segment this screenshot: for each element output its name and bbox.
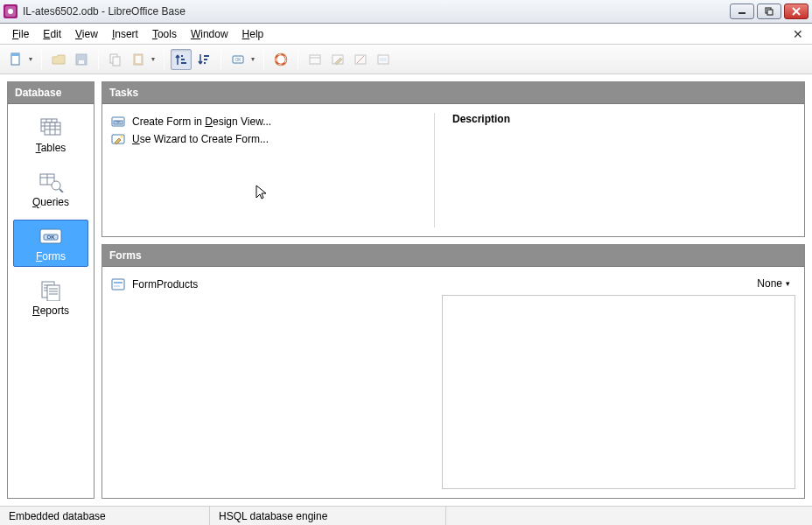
svg-text:OK: OK	[47, 234, 56, 240]
sidebar-body: Tables Queries OK Forms Reports	[8, 104, 94, 498]
preview-toolbar: None ▾	[442, 276, 795, 295]
copy-button[interactable]	[105, 49, 126, 70]
sidebar-item-queries[interactable]: Queries	[13, 165, 88, 213]
svg-point-1	[8, 9, 13, 14]
toolbar-separator	[263, 50, 264, 69]
menu-tools[interactable]: Tools	[145, 25, 184, 43]
form-icon	[111, 277, 125, 291]
svg-rect-25	[310, 55, 320, 64]
menu-window[interactable]: Window	[184, 25, 235, 43]
forms-header: Forms	[102, 245, 804, 267]
task-use-wizard[interactable]: Use Wizard to Create Form...	[111, 130, 425, 148]
svg-rect-4	[767, 10, 773, 15]
form-button[interactable]: OK	[228, 49, 248, 70]
queries-icon	[37, 172, 65, 192]
sidebar-item-reports[interactable]: Reports	[13, 274, 88, 321]
menu-insert[interactable]: Insert	[105, 25, 145, 43]
task-create-form-design[interactable]: OK Create Form in Design View...	[111, 113, 425, 130]
task-label: Create Form in Design View...	[132, 116, 271, 128]
menu-file[interactable]: File	[5, 25, 36, 43]
tables-icon	[37, 117, 65, 138]
svg-rect-15	[181, 55, 183, 57]
svg-rect-18	[204, 55, 209, 57]
toolbar-separator	[98, 50, 99, 69]
svg-rect-10	[79, 60, 84, 64]
edit-form-button[interactable]	[327, 49, 348, 70]
svg-rect-64	[114, 282, 122, 284]
svg-rect-31	[380, 58, 387, 61]
svg-point-62	[121, 136, 123, 138]
sidebar-item-label-rest: eports	[40, 304, 69, 317]
svg-rect-17	[181, 62, 186, 64]
menu-edit[interactable]: Edit	[36, 25, 68, 43]
form-item-formproducts[interactable]: FormProducts	[111, 276, 426, 293]
help-button[interactable]	[270, 49, 291, 70]
save-button[interactable]	[71, 49, 92, 70]
toolbar-separator	[164, 50, 164, 69]
svg-rect-54	[47, 285, 60, 301]
status-embedded-db: Embedded database	[0, 507, 210, 525]
sidebar-item-label-rest: ueries	[40, 196, 69, 208]
forms-icon: OK	[37, 226, 65, 247]
status-engine: HSQL database engine	[210, 507, 446, 525]
svg-rect-20	[204, 62, 206, 64]
tasks-body: OK Create Form in Design View... Use Wiz…	[102, 104, 804, 236]
paste-button[interactable]	[128, 49, 149, 70]
preview-mode-label: None	[757, 277, 782, 290]
app-icon	[4, 4, 18, 18]
svg-line-46	[60, 189, 63, 192]
toolbar-separator	[220, 50, 221, 69]
svg-rect-37	[45, 122, 60, 135]
new-document-dropdown[interactable]: ▾	[26, 49, 35, 70]
tasks-panel: Tasks OK Create Form in Design View... U…	[102, 81, 805, 237]
sort-descending-button[interactable]	[193, 49, 214, 70]
form-dropdown[interactable]: ▾	[248, 49, 257, 70]
forms-preview-area: None ▾	[442, 276, 795, 489]
window-title: IL-ates6502.odb - LibreOffice Base	[23, 5, 730, 18]
minimize-button[interactable]	[730, 4, 754, 19]
sidebar-item-forms[interactable]: OK Forms	[13, 220, 88, 267]
form-design-icon: OK	[111, 115, 125, 129]
description-label: Description	[452, 113, 795, 125]
svg-rect-14	[136, 56, 141, 63]
rename-form-button[interactable]	[373, 49, 394, 70]
create-form-design-button[interactable]	[304, 49, 326, 70]
sidebar-item-label-rest: orms	[42, 250, 66, 262]
svg-text:OK: OK	[116, 120, 121, 124]
menu-help[interactable]: Help	[235, 25, 271, 43]
forms-list: FormProducts	[111, 276, 435, 489]
svg-rect-16	[181, 59, 185, 60]
window-controls	[730, 4, 808, 19]
preview-box	[442, 295, 795, 489]
paste-dropdown[interactable]: ▾	[149, 49, 158, 70]
svg-rect-8	[11, 53, 19, 56]
main-area: Tasks OK Create Form in Design View... U…	[102, 81, 805, 499]
sidebar-item-label-rest: ables	[41, 142, 66, 154]
svg-rect-65	[114, 285, 120, 287]
document-close-button[interactable]: ✕	[789, 25, 807, 43]
new-document-button[interactable]	[5, 49, 26, 70]
tasks-list: OK Create Form in Design View... Use Wiz…	[111, 113, 435, 228]
task-label: Use Wizard to Create Form...	[132, 133, 269, 145]
sidebar-header: Database	[8, 82, 94, 104]
status-spacer	[446, 507, 812, 525]
sidebar-item-tables[interactable]: Tables	[13, 111, 88, 158]
maximize-button[interactable]	[757, 4, 781, 19]
toolbar-separator	[41, 50, 42, 69]
menu-view[interactable]: View	[68, 25, 105, 43]
close-button[interactable]	[784, 4, 808, 19]
svg-rect-19	[204, 59, 207, 60]
tasks-description-area: Description	[435, 113, 795, 228]
delete-form-button[interactable]	[350, 49, 371, 70]
chevron-down-icon: ▾	[786, 279, 790, 288]
menubar: File Edit View Insert Tools Window Help …	[0, 24, 812, 45]
open-button[interactable]	[48, 49, 69, 70]
workspace: Database Tables Queries OK Forms Reports	[0, 74, 812, 506]
forms-panel: Forms FormProducts None ▾	[102, 244, 805, 499]
svg-rect-63	[112, 279, 124, 290]
statusbar: Embedded database HSQL database engine	[0, 506, 812, 525]
preview-mode-dropdown[interactable]: None ▾	[757, 277, 790, 290]
sort-ascending-button[interactable]	[171, 49, 192, 70]
tasks-header: Tasks	[102, 82, 804, 104]
svg-rect-12	[113, 57, 120, 66]
